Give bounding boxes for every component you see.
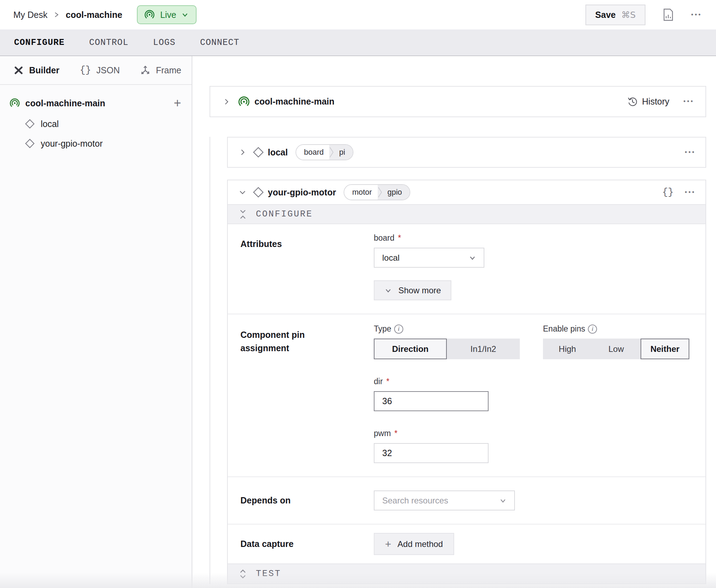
- tab-json-label: JSON: [97, 65, 120, 75]
- local-type-tag: board pi: [296, 144, 353, 160]
- tag-type: board: [296, 145, 329, 160]
- tag-type: motor: [344, 185, 377, 200]
- info-icon[interactable]: i: [588, 325, 597, 334]
- breadcrumb-chevron-icon: [54, 11, 59, 19]
- topbar-actions: Save ⌘S •••: [585, 5, 702, 25]
- data-capture-section: Data capture + Add method: [228, 524, 705, 563]
- enable-option-neither[interactable]: Neither: [641, 339, 689, 359]
- pwm-pin-input[interactable]: [374, 443, 489, 463]
- gpio-motor-card-header: your-gpio-motor motor gpio {} •••: [228, 180, 705, 204]
- configure-section-bar[interactable]: CONFIGURE: [228, 204, 705, 224]
- enable-option-high[interactable]: High: [543, 339, 592, 359]
- plus-icon: +: [385, 539, 391, 549]
- history-label: History: [642, 96, 669, 107]
- components-group: local board pi •••: [210, 137, 706, 584]
- tab-connect[interactable]: CONNECT: [200, 38, 239, 48]
- motor-type-tag: motor gpio: [344, 184, 410, 200]
- history-clock-icon: [627, 96, 638, 107]
- save-shortcut: ⌘S: [621, 10, 636, 20]
- local-card-title: local: [268, 147, 288, 158]
- tree-item-local[interactable]: local: [9, 119, 181, 129]
- expand-chevron-icon[interactable]: [221, 97, 231, 107]
- depends-on-select[interactable]: Search resources: [374, 490, 515, 510]
- type-option-direction[interactable]: Direction: [374, 339, 447, 359]
- machine-more-menu[interactable]: •••: [683, 98, 694, 105]
- local-more-menu[interactable]: •••: [685, 149, 696, 156]
- pwm-pin-field: pwm*: [374, 429, 693, 463]
- depends-on-placeholder: Search resources: [382, 496, 448, 506]
- enable-option-low[interactable]: Low: [592, 339, 641, 359]
- config-main-panel: cool-machine-main History •••: [192, 56, 716, 588]
- add-method-button[interactable]: + Add method: [374, 533, 454, 555]
- pin-assignment-section-label: Component pin assignment: [240, 328, 374, 355]
- test-section-bar[interactable]: TEST: [228, 563, 705, 583]
- config-sidebar: Builder {} JSON Frame: [0, 56, 192, 588]
- type-toggle-group: Type i Direction In1/In2: [374, 324, 520, 359]
- pin-assignment-section: Component pin assignment Type i Directio…: [228, 314, 705, 476]
- tree-child-label: local: [41, 119, 59, 129]
- required-marker: *: [386, 377, 390, 386]
- component-diamond-icon: [252, 186, 264, 198]
- component-diamond-icon: [25, 138, 35, 149]
- save-button[interactable]: Save ⌘S: [585, 5, 645, 25]
- collapse-vertical-icon: [239, 209, 247, 219]
- test-section-label: TEST: [256, 569, 281, 579]
- machine-main-card: cool-machine-main History •••: [210, 86, 706, 117]
- show-more-button[interactable]: Show more: [374, 280, 451, 300]
- dir-pin-field: dir*: [374, 377, 693, 411]
- required-marker: *: [398, 233, 401, 243]
- breadcrumb-current: cool-machine: [66, 10, 122, 20]
- tree-root-label: cool-machine-main: [25, 98, 105, 108]
- breadcrumb: My Desk cool-machine: [13, 10, 122, 20]
- braces-icon: {}: [80, 65, 91, 75]
- depends-on-section-label: Depends on: [240, 494, 374, 507]
- expand-chevron-icon[interactable]: [238, 147, 247, 157]
- tab-builder[interactable]: Builder: [13, 65, 59, 75]
- enable-pins-segmented-control: High Low Neither: [543, 339, 689, 359]
- gpio-motor-card: your-gpio-motor motor gpio {} •••: [227, 180, 706, 584]
- attributes-section-label: Attributes: [240, 238, 374, 251]
- motor-card-title: your-gpio-motor: [268, 187, 336, 198]
- data-capture-section-label: Data capture: [240, 537, 374, 551]
- broadcast-icon: [238, 95, 250, 108]
- motor-more-menu[interactable]: •••: [685, 189, 696, 196]
- live-status-dropdown[interactable]: Live: [137, 5, 197, 24]
- tab-json[interactable]: {} JSON: [80, 65, 120, 75]
- broadcast-icon: [9, 98, 20, 109]
- board-field-label: board*: [374, 233, 693, 243]
- collapse-chevron-icon[interactable]: [238, 187, 247, 197]
- info-icon[interactable]: i: [394, 325, 403, 334]
- machine-report-icon[interactable]: [662, 8, 674, 21]
- tag-model: gpio: [383, 185, 410, 200]
- topbar: My Desk cool-machine Live Save ⌘S: [0, 0, 716, 29]
- tab-builder-label: Builder: [29, 65, 59, 75]
- configure-section-label: CONFIGURE: [256, 209, 313, 219]
- chevron-down-icon: [384, 287, 392, 294]
- type-option-in1in2[interactable]: In1/In2: [447, 339, 520, 359]
- tab-frame[interactable]: Frame: [140, 65, 181, 75]
- tree-item-your-gpio-motor[interactable]: your-gpio-motor: [9, 138, 181, 149]
- main-nav-tabs: CONFIGURE CONTROL LOGS CONNECT: [0, 29, 716, 56]
- pwm-field-label: pwm*: [374, 429, 693, 438]
- depends-on-section: Depends on Search resources: [228, 476, 705, 524]
- topbar-more-menu[interactable]: •••: [691, 11, 702, 19]
- tree-item-machine-main[interactable]: cool-machine-main +: [9, 97, 181, 109]
- frame-axes-icon: [140, 65, 151, 75]
- resource-tree: cool-machine-main + local your-gpio-moto…: [0, 85, 192, 149]
- type-field-label: Type i: [374, 324, 520, 334]
- dir-pin-input[interactable]: [374, 391, 489, 411]
- attributes-section: Attributes board* local: [228, 224, 705, 314]
- add-resource-button[interactable]: +: [174, 97, 181, 109]
- chevron-down-icon: [468, 254, 477, 262]
- tab-logs[interactable]: LOGS: [153, 38, 175, 48]
- machine-main-title: cool-machine-main: [254, 96, 334, 107]
- tag-divider-icon: [329, 145, 334, 160]
- history-button[interactable]: History: [627, 96, 669, 107]
- board-select-value: local: [382, 253, 399, 263]
- view-json-icon[interactable]: {}: [662, 187, 674, 198]
- breadcrumb-parent-link[interactable]: My Desk: [13, 10, 47, 20]
- tab-configure[interactable]: CONFIGURE: [14, 38, 65, 48]
- expand-vertical-icon: [239, 569, 247, 579]
- tab-control[interactable]: CONTROL: [89, 38, 128, 48]
- board-select[interactable]: local: [374, 248, 484, 268]
